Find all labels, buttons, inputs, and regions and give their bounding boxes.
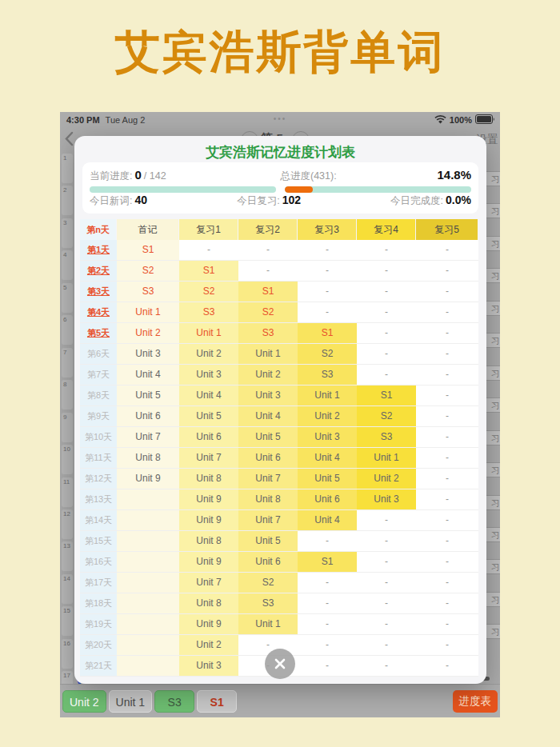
- current-progress-label: 当前进度:: [90, 170, 132, 183]
- first-study-cell[interactable]: Unit 2: [117, 323, 179, 343]
- review-cell[interactable]: Unit 7: [179, 448, 238, 468]
- first-study-cell[interactable]: S3: [117, 282, 179, 302]
- review-cell[interactable]: S3: [238, 593, 298, 613]
- review-cell[interactable]: Unit 3: [179, 365, 238, 385]
- review-cell[interactable]: Unit 8: [179, 531, 238, 551]
- review-cell: -: [416, 302, 478, 322]
- review-cell[interactable]: Unit 8: [238, 489, 298, 509]
- review-cell[interactable]: Unit 9: [179, 552, 238, 572]
- review-cell[interactable]: S2: [238, 573, 298, 593]
- review-cell[interactable]: Unit 1: [357, 448, 416, 468]
- day-label: 第11天: [80, 448, 117, 468]
- close-button[interactable]: [265, 649, 295, 679]
- review-cell[interactable]: Unit 9: [179, 489, 238, 509]
- first-study-cell[interactable]: S1: [117, 240, 179, 260]
- first-study-cell[interactable]: S2: [117, 261, 179, 281]
- review-cell[interactable]: S3: [357, 427, 416, 447]
- first-study-cell[interactable]: Unit 9: [117, 469, 179, 489]
- review-cell[interactable]: Unit 6: [238, 552, 298, 572]
- day-label[interactable]: 第1天: [80, 240, 117, 260]
- review-cell[interactable]: Unit 2: [238, 365, 298, 385]
- review-cell[interactable]: Unit 2: [298, 406, 357, 426]
- review-cell[interactable]: S2: [357, 406, 416, 426]
- review-cell[interactable]: Unit 2: [179, 635, 238, 655]
- review-cell[interactable]: S1: [298, 323, 357, 343]
- review-cell: -: [416, 469, 478, 489]
- review-cell[interactable]: Unit 6: [238, 448, 298, 468]
- review-cell[interactable]: Unit 2: [357, 469, 416, 489]
- review-cell[interactable]: Unit 9: [179, 614, 238, 634]
- review-cell[interactable]: Unit 6: [298, 489, 357, 509]
- table-row: 第5天Unit 2Unit 1S3S1--: [80, 323, 478, 344]
- day-label[interactable]: 第4天: [80, 302, 117, 322]
- review-cell[interactable]: Unit 5: [298, 469, 357, 489]
- bg-row-number: 11: [62, 477, 73, 507]
- review-cell: -: [416, 323, 478, 343]
- first-study-cell[interactable]: Unit 3: [117, 344, 179, 364]
- review-cell[interactable]: S1: [238, 282, 298, 302]
- review-cell[interactable]: S3: [179, 302, 238, 322]
- review-cell[interactable]: Unit 4: [238, 406, 298, 426]
- bg-row-number: 2: [62, 186, 73, 215]
- review-cell[interactable]: S2: [298, 344, 357, 364]
- review-cell: -: [416, 531, 478, 551]
- review-cell[interactable]: Unit 4: [298, 510, 357, 530]
- day-label: 第18天: [80, 593, 117, 613]
- review-cell[interactable]: S3: [238, 323, 298, 343]
- day-label[interactable]: 第5天: [80, 323, 117, 343]
- review-cell[interactable]: Unit 1: [179, 323, 238, 343]
- bg-row-number: 10: [62, 445, 73, 474]
- review-cell[interactable]: Unit 3: [357, 489, 416, 509]
- review-cell[interactable]: Unit 5: [179, 406, 238, 426]
- progress-table-button[interactable]: 进度表: [453, 690, 498, 713]
- unit-button-unit-1[interactable]: Unit 1: [109, 690, 153, 713]
- review-cell[interactable]: Unit 3: [238, 385, 298, 405]
- table-row: 第9天Unit 6Unit 5Unit 4Unit 2S2-: [80, 406, 478, 427]
- review-cell[interactable]: Unit 4: [298, 448, 357, 468]
- first-study-cell[interactable]: Unit 1: [117, 302, 179, 322]
- review-cell[interactable]: Unit 7: [238, 469, 298, 489]
- review-cell[interactable]: Unit 8: [179, 469, 238, 489]
- day-label[interactable]: 第2天: [80, 261, 117, 281]
- review-cell[interactable]: S2: [179, 282, 238, 302]
- first-study-cell: [117, 614, 179, 634]
- review-cell[interactable]: Unit 6: [179, 427, 238, 447]
- table-row: 第6天Unit 3Unit 2Unit 1S2--: [80, 344, 478, 365]
- review-cell[interactable]: Unit 3: [298, 427, 357, 447]
- first-study-cell[interactable]: Unit 6: [117, 406, 179, 426]
- review-cell: -: [357, 614, 416, 634]
- review-cell[interactable]: Unit 4: [179, 385, 238, 405]
- first-study-cell[interactable]: Unit 8: [117, 448, 179, 468]
- first-study-cell: [117, 510, 179, 530]
- review-cell[interactable]: S1: [179, 261, 238, 281]
- app-screenshot-frame: 4:30 PMTue Aug 2 ••• 100% 第 5 页 设置 12345…: [60, 112, 500, 717]
- review-cell[interactable]: Unit 5: [238, 531, 298, 551]
- bg-row-number: 14: [62, 574, 73, 604]
- bg-row-number: 3: [62, 218, 73, 248]
- review-cell[interactable]: S1: [298, 552, 357, 572]
- review-cell[interactable]: Unit 1: [238, 614, 298, 634]
- unit-button-s1[interactable]: S1: [197, 690, 237, 713]
- review-cell[interactable]: Unit 9: [179, 510, 238, 530]
- review-cell[interactable]: Unit 7: [238, 510, 298, 530]
- review-cell: -: [357, 240, 416, 260]
- unit-button-s3[interactable]: S3: [154, 690, 194, 713]
- first-study-cell[interactable]: Unit 4: [117, 365, 179, 385]
- first-study-cell[interactable]: Unit 7: [117, 427, 179, 447]
- review-cell[interactable]: Unit 3: [179, 656, 238, 676]
- review-cell[interactable]: Unit 7: [179, 573, 238, 593]
- review-cell[interactable]: Unit 8: [179, 593, 238, 613]
- review-cell[interactable]: S2: [238, 302, 298, 322]
- unit-button-unit-2[interactable]: Unit 2: [62, 690, 106, 713]
- back-chevron-icon[interactable]: [65, 131, 74, 150]
- day-label[interactable]: 第3天: [80, 282, 117, 302]
- review-cell: -: [357, 510, 416, 530]
- first-study-cell[interactable]: Unit 5: [117, 385, 179, 405]
- review-cell[interactable]: Unit 5: [238, 427, 298, 447]
- review-cell[interactable]: Unit 1: [238, 344, 298, 364]
- day-label: 第15天: [80, 531, 117, 551]
- review-cell[interactable]: Unit 1: [298, 385, 357, 405]
- review-cell[interactable]: S1: [357, 385, 416, 405]
- review-cell[interactable]: Unit 2: [179, 344, 238, 364]
- review-cell[interactable]: S3: [298, 365, 357, 385]
